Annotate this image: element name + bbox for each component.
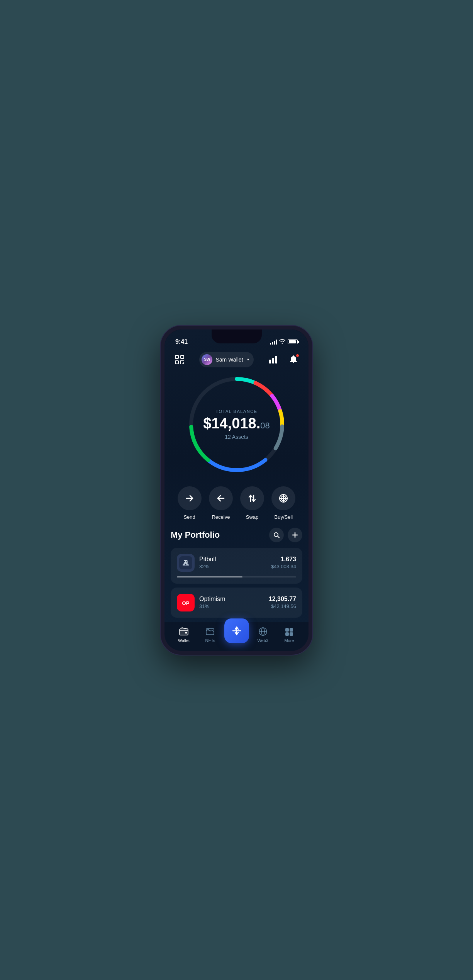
nfts-nav-icon xyxy=(205,627,215,637)
receive-button[interactable]: Receive xyxy=(209,486,233,520)
balance-assets: 12 Assets xyxy=(203,434,270,440)
phone-frame: 9:41 xyxy=(161,326,312,655)
svg-rect-35 xyxy=(206,628,214,635)
pitbull-usd: $43,003.34 xyxy=(271,564,296,569)
bell-icon[interactable] xyxy=(286,352,301,367)
buysell-label: Buy/Sell xyxy=(275,514,293,520)
pitbull-percent: 32% xyxy=(199,564,216,569)
svg-rect-8 xyxy=(272,358,274,363)
svg-rect-0 xyxy=(175,355,178,358)
status-time: 9:41 xyxy=(175,338,188,345)
nav-wallet[interactable]: Wallet xyxy=(171,627,197,643)
optimism-amount: 12,305.77 xyxy=(269,596,296,603)
balance-info: TOTAL BALANCE $14,018.08 12 Assets xyxy=(203,409,270,440)
svg-rect-44 xyxy=(285,632,289,636)
more-nav-label: More xyxy=(284,638,294,643)
add-asset-button[interactable] xyxy=(288,528,302,542)
send-label: Send xyxy=(183,514,195,520)
search-button[interactable] xyxy=(269,528,284,542)
svg-rect-9 xyxy=(275,356,277,363)
portfolio-actions xyxy=(269,528,302,542)
wallet-nav-label: Wallet xyxy=(178,638,190,643)
svg-point-36 xyxy=(208,629,209,630)
balance-amount: $14,018.08 xyxy=(203,416,270,431)
pitbull-progress-bar xyxy=(177,576,296,577)
signal-bars-icon xyxy=(270,339,277,345)
wallet-nav-icon xyxy=(179,627,189,637)
pitbull-icon xyxy=(177,554,195,572)
swap-label: Swap xyxy=(246,514,259,520)
svg-rect-43 xyxy=(290,628,293,632)
svg-rect-42 xyxy=(285,628,289,632)
bottom-nav: Wallet NFTs xyxy=(164,622,309,651)
portfolio-item-pitbull[interactable]: Pitbull 32% 1.673 $43,003.34 xyxy=(171,548,302,584)
receive-label: Receive xyxy=(212,514,230,520)
portfolio-item-optimism[interactable]: OP Optimism 31% 12,305.77 $42,149.56 xyxy=(171,588,302,618)
user-selector[interactable]: SW Sam Wallet ▾ xyxy=(199,352,253,367)
status-bar: 9:41 xyxy=(164,329,309,349)
status-icons xyxy=(270,339,298,345)
svg-rect-1 xyxy=(181,355,184,358)
svg-line-25 xyxy=(278,536,279,538)
scan-icon[interactable] xyxy=(172,352,187,367)
more-nav-icon xyxy=(284,627,294,637)
portfolio-title: My Portfolio xyxy=(171,530,220,540)
header: SW Sam Wallet ▾ xyxy=(164,349,309,370)
svg-rect-7 xyxy=(269,360,271,363)
svg-rect-34 xyxy=(185,632,187,634)
web3-nav-icon xyxy=(258,627,268,637)
pitbull-name: Pitbull xyxy=(199,556,216,563)
avatar: SW xyxy=(202,354,212,365)
nav-center[interactable] xyxy=(223,626,249,643)
balance-circle: TOTAL BALANCE $14,018.08 12 Assets xyxy=(186,374,287,475)
portfolio-section: My Portfolio xyxy=(164,528,309,622)
user-name: Sam Wallet xyxy=(215,357,243,363)
optimism-icon: OP xyxy=(177,594,195,611)
nav-nfts[interactable]: NFTs xyxy=(197,627,223,643)
battery-icon xyxy=(288,339,298,344)
header-right xyxy=(266,352,301,367)
chart-icon[interactable] xyxy=(266,352,281,367)
buysell-button[interactable]: Buy/Sell xyxy=(271,486,295,520)
svg-rect-45 xyxy=(290,632,293,636)
svg-point-29 xyxy=(184,561,185,562)
portfolio-header: My Portfolio xyxy=(171,528,302,542)
notification-badge xyxy=(296,354,299,357)
swap-button[interactable]: Swap xyxy=(240,486,264,520)
nav-more[interactable]: More xyxy=(276,627,302,643)
optimism-usd: $42,149.56 xyxy=(269,603,296,609)
balance-section: TOTAL BALANCE $14,018.08 12 Assets xyxy=(164,370,309,482)
optimism-name: Optimism xyxy=(199,596,225,603)
pitbull-amount: 1.673 xyxy=(271,556,296,563)
svg-rect-33 xyxy=(180,629,188,635)
action-buttons: Send Receive xyxy=(164,482,309,528)
svg-text:OP: OP xyxy=(182,600,190,606)
wifi-icon xyxy=(279,339,285,344)
nav-web3[interactable]: Web3 xyxy=(250,627,276,643)
balance-label: TOTAL BALANCE xyxy=(203,409,270,414)
optimism-percent: 31% xyxy=(199,603,225,609)
web3-nav-label: Web3 xyxy=(257,638,268,643)
center-action-button[interactable] xyxy=(224,618,249,643)
screen: 9:41 xyxy=(164,329,309,651)
svg-point-30 xyxy=(186,561,188,562)
nfts-nav-label: NFTs xyxy=(205,638,215,643)
send-button[interactable]: Send xyxy=(178,486,202,520)
svg-rect-2 xyxy=(175,361,178,364)
chevron-down-icon: ▾ xyxy=(247,357,249,362)
